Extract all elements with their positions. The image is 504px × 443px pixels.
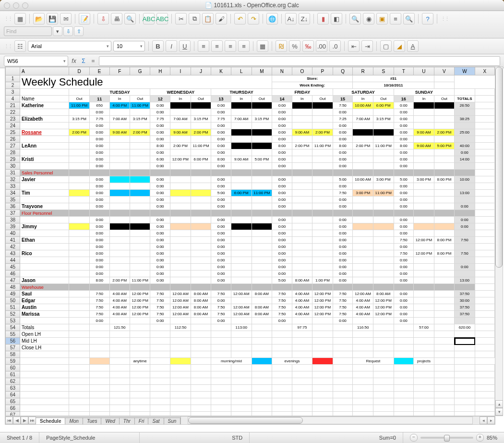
- borders-button[interactable]: ▢: [380, 40, 392, 52]
- styles-button[interactable]: ☷: [14, 40, 26, 52]
- column-header[interactable]: D: [69, 67, 90, 75]
- paste-button[interactable]: 📋: [202, 13, 214, 25]
- find-prev-button[interactable]: ⇧: [74, 26, 84, 36]
- align-left-button[interactable]: ≡: [198, 40, 209, 52]
- column-header[interactable]: H: [150, 67, 170, 75]
- prev-sheet-button[interactable]: ◀: [13, 417, 21, 424]
- column-header[interactable]: K: [211, 67, 231, 75]
- merge-cells-button[interactable]: ▦: [257, 40, 268, 52]
- column-header[interactable]: I: [170, 67, 191, 75]
- sheet-tab[interactable]: Sun: [164, 418, 181, 424]
- align-justify-button[interactable]: ≡: [238, 40, 250, 52]
- column-header[interactable]: Q: [333, 67, 353, 75]
- scroll-up-button[interactable]: ▴: [495, 400, 503, 408]
- cell-reference-box[interactable]: W56: [4, 56, 68, 66]
- column-header[interactable]: N: [272, 67, 292, 75]
- column-header[interactable]: S: [373, 67, 394, 75]
- open-button[interactable]: 📂: [33, 13, 45, 25]
- sum-button[interactable]: Σ: [80, 58, 87, 64]
- add-decimal-button[interactable]: .00: [316, 40, 327, 52]
- first-sheet-button[interactable]: ⏮: [5, 417, 13, 424]
- column-header[interactable]: T: [394, 67, 414, 75]
- find-input[interactable]: Find: [4, 26, 52, 36]
- datasources-button[interactable]: ≡: [390, 13, 401, 25]
- zoom-control[interactable]: − + 85%: [403, 432, 504, 443]
- formula-input[interactable]: [99, 56, 500, 66]
- column-header[interactable]: A: [20, 67, 69, 75]
- column-header[interactable]: X: [475, 67, 494, 75]
- column-header[interactable]: G: [130, 67, 150, 75]
- column-header[interactable]: J: [191, 67, 211, 75]
- standard-format-button[interactable]: ‰: [302, 40, 314, 52]
- column-header[interactable]: O: [292, 67, 312, 75]
- zoom-out-button[interactable]: −: [410, 434, 418, 442]
- email-button[interactable]: ✉: [60, 13, 72, 25]
- sort-desc-button[interactable]: Z↓: [299, 13, 310, 25]
- find-grip-icon[interactable]: ⋮⋮: [441, 16, 448, 22]
- copy-button[interactable]: ⧉: [189, 13, 200, 25]
- bgcolor-button[interactable]: ◢: [394, 40, 405, 52]
- column-header[interactable]: E: [89, 67, 109, 75]
- column-header[interactable]: U: [414, 67, 434, 75]
- sheet-tab[interactable]: Sat: [148, 418, 164, 424]
- cut-button[interactable]: ✂: [175, 13, 187, 25]
- print-preview-button[interactable]: 🔍: [124, 13, 136, 25]
- sheet-tab[interactable]: Thr: [119, 418, 135, 424]
- vertical-scrollbar[interactable]: ▴ ▾: [495, 66, 503, 416]
- status-pagestyle[interactable]: PageStyle_Schedule: [39, 432, 140, 443]
- new-doc-button[interactable]: ▦: [14, 13, 26, 25]
- sheet-tab[interactable]: Schedule: [36, 418, 65, 424]
- show-draw-button[interactable]: ◧: [331, 13, 342, 25]
- navigator-button[interactable]: ◉: [363, 13, 374, 25]
- underline-button[interactable]: U: [179, 40, 191, 52]
- status-mode[interactable]: STD: [140, 432, 250, 443]
- increase-indent-button[interactable]: ⇥: [361, 40, 373, 52]
- spellcheck-button[interactable]: ABC: [143, 13, 155, 25]
- percent-button[interactable]: %: [289, 40, 300, 52]
- autospell-button[interactable]: ABC: [156, 13, 168, 25]
- chart-button[interactable]: ▮: [317, 13, 329, 25]
- column-header[interactable]: R: [353, 67, 373, 75]
- help-button[interactable]: ?: [422, 13, 433, 25]
- print-button[interactable]: 🖶: [111, 13, 122, 25]
- edit-doc-button[interactable]: 📝: [79, 13, 90, 25]
- format-paintbrush-button[interactable]: 🖌: [216, 13, 227, 25]
- sheet-tab[interactable]: Tues: [83, 418, 102, 424]
- scroll-left-button[interactable]: ◂: [480, 417, 487, 424]
- fontcolor-button[interactable]: A: [407, 40, 419, 52]
- column-header[interactable]: L: [231, 67, 252, 75]
- sheet-tab[interactable]: Mon: [65, 418, 83, 424]
- gallery-button[interactable]: ▣: [376, 13, 388, 25]
- spreadsheet-grid[interactable]: ADEFGHIJKLMNOPQRSTUVWX1Weekly ScheduleSt…: [5, 66, 495, 416]
- save-button[interactable]: 💾: [47, 13, 58, 25]
- next-sheet-button[interactable]: ▶: [21, 417, 28, 424]
- scroll-right-button[interactable]: ▸: [487, 417, 495, 424]
- scroll-down-button[interactable]: ▾: [495, 408, 503, 416]
- sheet-tab[interactable]: Wed: [101, 418, 119, 424]
- redo-button[interactable]: ↷: [248, 13, 259, 25]
- sort-asc-button[interactable]: A↓: [285, 13, 297, 25]
- column-header[interactable]: M: [252, 67, 272, 75]
- font-name-combo[interactable]: Arial: [28, 41, 111, 51]
- align-right-button[interactable]: ≡: [225, 40, 236, 52]
- zoom-button[interactable]: 🔍: [403, 13, 415, 25]
- sheet-tab[interactable]: Fri: [134, 418, 149, 424]
- equals-button[interactable]: =: [89, 58, 97, 64]
- remove-decimal-button[interactable]: .0: [329, 40, 341, 52]
- zoom-slider[interactable]: [420, 437, 473, 439]
- hyperlink-button[interactable]: 🌐: [266, 13, 278, 25]
- titlebar[interactable]: 📄 101611.xls - OpenOffice.org Calc: [0, 0, 504, 11]
- align-center-button[interactable]: ≡: [211, 40, 223, 52]
- column-header[interactable]: P: [312, 67, 333, 75]
- currency-button[interactable]: ₪: [276, 40, 287, 52]
- toolbar-grip-icon[interactable]: ⋮⋮: [4, 16, 12, 22]
- column-header[interactable]: V: [434, 67, 454, 75]
- column-header[interactable]: F: [109, 67, 130, 75]
- undo-button[interactable]: ↶: [234, 13, 246, 25]
- format-grip-icon[interactable]: ⋮⋮: [4, 43, 12, 49]
- find-next-button[interactable]: ⇩: [63, 26, 73, 36]
- last-sheet-button[interactable]: ⏭: [28, 417, 36, 424]
- horizontal-scrollbar[interactable]: [188, 417, 473, 424]
- status-sum[interactable]: Sum=0: [372, 432, 403, 443]
- decrease-indent-button[interactable]: ⇤: [348, 40, 360, 52]
